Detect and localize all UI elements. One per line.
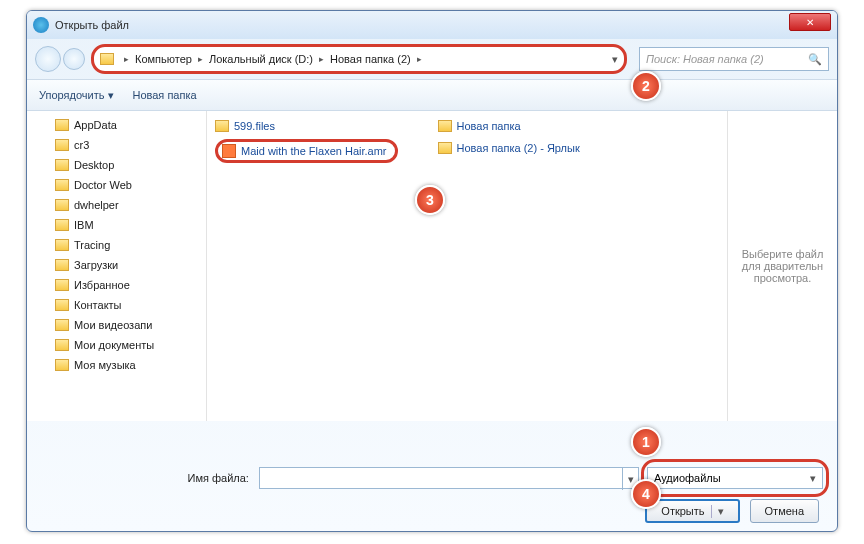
chevron-right-icon[interactable]: ▸ — [319, 54, 324, 64]
tree-item[interactable]: AppData — [27, 115, 206, 135]
tree-item[interactable]: Tracing — [27, 235, 206, 255]
tree-item[interactable]: Doctor Web — [27, 175, 206, 195]
folder-icon — [55, 219, 69, 231]
address-dropdown-icon[interactable]: ▾ — [612, 53, 618, 66]
close-button[interactable]: ✕ — [789, 13, 831, 31]
newfolder-label: Новая папка — [132, 89, 196, 101]
address-bar[interactable]: ▸ Компьютер ▸ Локальный диск (D:) ▸ Нова… — [91, 44, 627, 74]
back-button[interactable] — [35, 46, 61, 72]
open-button[interactable]: Открыть ▾ — [645, 499, 739, 523]
folder-icon — [55, 299, 69, 311]
toolbar: Упорядочить ▾ Новая папка — [27, 79, 837, 111]
folder-icon — [55, 239, 69, 251]
folder-icon — [100, 53, 114, 65]
annotation-marker-3: 3 — [415, 185, 445, 215]
folder-icon — [55, 259, 69, 271]
annotation-marker-1: 1 — [631, 427, 661, 457]
preview-pane: Выберите файл для дварительн просмотра. — [727, 111, 837, 421]
audio-file-icon — [222, 144, 236, 158]
tree-item[interactable]: cr3 — [27, 135, 206, 155]
chevron-right-icon[interactable]: ▸ — [417, 54, 422, 64]
filename-label: Имя файла: — [41, 472, 259, 484]
cancel-label: Отмена — [765, 505, 804, 517]
organize-menu[interactable]: Упорядочить ▾ — [39, 89, 114, 102]
tree-item[interactable]: Контакты — [27, 295, 206, 315]
open-file-dialog: Открыть файл ✕ ▸ Компьютер ▸ Локальный д… — [26, 10, 838, 532]
file-item-selected[interactable]: Maid with the Flaxen Hair.amr — [215, 139, 398, 163]
app-icon — [33, 17, 49, 33]
chevron-right-icon[interactable]: ▸ — [198, 54, 203, 64]
open-label: Открыть — [661, 505, 704, 517]
tree-item[interactable]: IBM — [27, 215, 206, 235]
folder-icon — [55, 159, 69, 171]
breadcrumb-item[interactable]: Компьютер — [135, 53, 192, 65]
chevron-down-icon: ▾ — [108, 89, 114, 102]
search-input[interactable]: Поиск: Новая папка (2) 🔍 — [639, 47, 829, 71]
breadcrumb-item[interactable]: Локальный диск (D:) — [209, 53, 313, 65]
file-item[interactable]: Новая папка (2) - Ярлык — [438, 139, 580, 157]
filter-value: Аудиофайлы — [654, 472, 721, 484]
folder-icon — [215, 120, 229, 132]
tree-item[interactable]: dwhelper — [27, 195, 206, 215]
folder-icon — [55, 139, 69, 151]
search-placeholder: Поиск: Новая папка (2) — [646, 53, 764, 65]
filetype-filter[interactable]: Аудиофайлы ▾ — [647, 467, 823, 489]
folder-tree[interactable]: AppData cr3 Desktop Doctor Web dwhelper … — [27, 111, 207, 421]
filename-input[interactable]: ▾ — [259, 467, 639, 489]
tree-item[interactable]: Загрузки — [27, 255, 206, 275]
file-item[interactable]: 599.files — [215, 117, 398, 135]
folder-icon — [55, 279, 69, 291]
breadcrumb-item[interactable]: Новая папка (2) — [330, 53, 411, 65]
folder-icon — [55, 319, 69, 331]
tree-item[interactable]: Desktop — [27, 155, 206, 175]
tree-item[interactable]: Мои видеозапи — [27, 315, 206, 335]
navigation-bar: ▸ Компьютер ▸ Локальный диск (D:) ▸ Нова… — [27, 39, 837, 79]
folder-icon — [438, 120, 452, 132]
titlebar[interactable]: Открыть файл ✕ — [27, 11, 837, 39]
chevron-down-icon[interactable]: ▾ — [810, 472, 816, 485]
new-folder-button[interactable]: Новая папка — [132, 89, 196, 101]
file-list[interactable]: 599.files Maid with the Flaxen Hair.amr … — [207, 111, 727, 421]
cancel-button[interactable]: Отмена — [750, 499, 819, 523]
open-split-dropdown[interactable]: ▾ — [711, 505, 724, 518]
content-area: AppData cr3 Desktop Doctor Web dwhelper … — [27, 111, 837, 421]
folder-icon — [55, 359, 69, 371]
window-title: Открыть файл — [55, 19, 129, 31]
search-icon[interactable]: 🔍 — [808, 53, 822, 66]
folder-icon — [55, 199, 69, 211]
bottom-panel: Имя файла: ▾ Аудиофайлы ▾ Открыть ▾ Отме… — [27, 421, 837, 523]
folder-icon — [55, 119, 69, 131]
tree-item[interactable]: Мои документы — [27, 335, 206, 355]
folder-icon — [55, 339, 69, 351]
annotation-marker-2: 2 — [631, 71, 661, 101]
annotation-marker-4: 4 — [631, 479, 661, 509]
shortcut-icon — [438, 142, 452, 154]
tree-item[interactable]: Избранное — [27, 275, 206, 295]
organize-label: Упорядочить — [39, 89, 104, 101]
tree-item[interactable]: Моя музыка — [27, 355, 206, 375]
file-item[interactable]: Новая папка — [438, 117, 580, 135]
folder-icon — [55, 179, 69, 191]
forward-button[interactable] — [63, 48, 85, 70]
chevron-right-icon[interactable]: ▸ — [124, 54, 129, 64]
preview-text: Выберите файл для дварительн просмотра. — [734, 248, 831, 284]
